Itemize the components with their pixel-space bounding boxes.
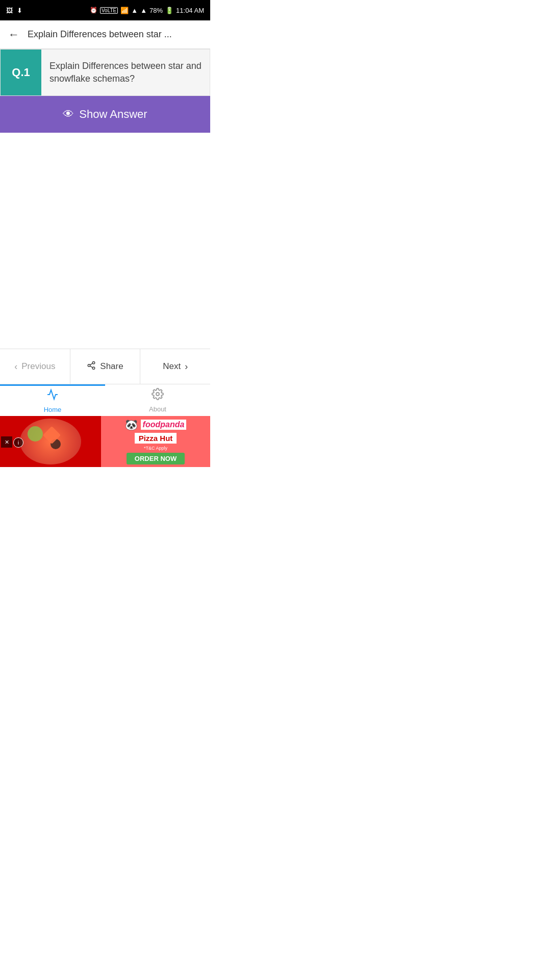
bottom-area: ‹ Previous Share Next ›: [0, 349, 210, 416]
svg-point-1: [88, 364, 91, 366]
svg-point-2: [93, 367, 95, 370]
home-tab-label: Home: [44, 406, 62, 413]
previous-label: Previous: [21, 361, 55, 372]
home-icon: [46, 388, 59, 404]
next-chevron-right-icon: ›: [185, 361, 188, 372]
question-text: Explain Differences between star and sno…: [49, 61, 202, 84]
app-bar: ← Explain Differences between star ...: [0, 20, 210, 49]
ad-close-button[interactable]: ✕: [1, 436, 12, 448]
tab-row: Home About: [0, 384, 210, 416]
app-bar-title: Explain Differences between star ...: [28, 29, 172, 40]
svg-point-5: [156, 393, 159, 396]
question-number-box: Q.1: [1, 50, 41, 95]
next-button[interactable]: Next ›: [140, 349, 210, 384]
svg-line-4: [90, 363, 93, 364]
show-answer-label: Show Answer: [79, 108, 147, 121]
share-label: Share: [100, 361, 123, 372]
question-number: Q.1: [12, 66, 30, 79]
time-display: 11:04 AM: [176, 7, 204, 14]
show-answer-button[interactable]: 👁 Show Answer: [0, 96, 210, 133]
share-icon: [87, 361, 96, 373]
signal-icon: ▲: [131, 7, 138, 14]
tab-about[interactable]: About: [105, 384, 210, 416]
status-icons-right: ⏰ VoLTE 📶 ▲ ▲ 78% 🔋 11:04 AM: [90, 7, 204, 14]
alarm-icon: ⏰: [90, 7, 97, 14]
question-text-area: Explain Differences between star and sno…: [41, 50, 210, 95]
foodpanda-ad-section: 🐼 foodpanda Pizza Hut *T&C Apply ORDER N…: [101, 416, 210, 467]
ad-banner: 🐼 foodpanda Pizza Hut *T&C Apply ORDER N…: [0, 416, 210, 467]
about-tab-label: About: [149, 405, 166, 413]
foodpanda-brand-text: foodpanda: [141, 420, 187, 430]
panda-emoji-icon: 🐼: [125, 419, 138, 431]
volte-badge: VoLTE: [100, 7, 118, 14]
pizza-hut-text: Pizza Hut: [135, 433, 177, 444]
share-button[interactable]: Share: [70, 349, 141, 384]
ad-info-button[interactable]: i: [13, 437, 23, 448]
about-icon: [152, 388, 164, 403]
photo-icon: 🖼: [6, 7, 13, 14]
navigation-row: ‹ Previous Share Next ›: [0, 349, 210, 384]
question-card: Q.1 Explain Differences between star and…: [0, 49, 210, 96]
order-now-button[interactable]: ORDER NOW: [127, 453, 185, 464]
previous-chevron-left-icon: ‹: [14, 361, 17, 372]
terms-text: *T&C Apply: [144, 446, 167, 451]
svg-line-3: [90, 366, 93, 368]
status-icons-left: 🖼 ⬇: [6, 7, 22, 14]
wifi-icon: 📶: [120, 7, 129, 14]
signal2-icon: ▲: [140, 7, 147, 14]
tab-home[interactable]: Home: [0, 384, 105, 416]
next-label: Next: [163, 361, 181, 372]
battery-text: 78%: [149, 7, 163, 14]
back-button[interactable]: ←: [8, 28, 19, 41]
foodpanda-logo: 🐼 foodpanda: [125, 419, 187, 431]
battery-icon: 🔋: [165, 7, 173, 14]
status-bar: 🖼 ⬇ ⏰ VoLTE 📶 ▲ ▲ 78% 🔋 11:04 AM: [0, 0, 210, 20]
content-area: [0, 133, 210, 368]
svg-point-0: [93, 361, 95, 364]
previous-button[interactable]: ‹ Previous: [0, 349, 70, 384]
eye-icon: 👁: [63, 108, 74, 121]
download-icon: ⬇: [17, 7, 22, 14]
